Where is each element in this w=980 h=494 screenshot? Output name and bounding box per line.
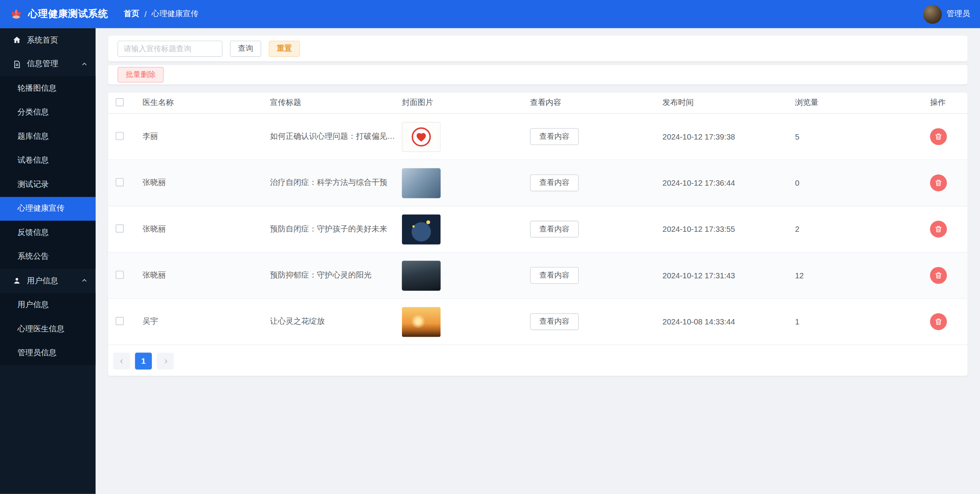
- publish-time: 2024-10-08 14:33:44: [663, 317, 795, 326]
- chevron-left-icon: [118, 357, 126, 365]
- sidebar-item-system-home[interactable]: 系统首页: [0, 28, 96, 52]
- table-row: 李丽 如何正确认识心理问题：打破偏见，... 查看内容 2024-10-12 1…: [108, 114, 967, 160]
- doctor-name: 张晓丽: [143, 224, 270, 235]
- trash-icon: [934, 318, 942, 326]
- view-count: 12: [795, 271, 930, 280]
- publish-time: 2024-10-12 17:33:55: [663, 225, 795, 234]
- delete-button[interactable]: [930, 267, 947, 284]
- sidebar-item-question-bank[interactable]: 题库信息: [0, 125, 96, 149]
- top-header: 心理健康测试系统 首页 / 心理健康宣传 管理员: [0, 0, 980, 28]
- breadcrumb-home[interactable]: 首页: [124, 9, 140, 20]
- pagination-prev-button[interactable]: [113, 353, 130, 369]
- sidebar-item-test-paper[interactable]: 试卷信息: [0, 148, 96, 173]
- promo-title: 让心灵之花绽放: [270, 316, 402, 327]
- view-content-button[interactable]: 查看内容: [530, 175, 579, 191]
- sidebar-item-system-announcement[interactable]: 系统公告: [0, 245, 96, 269]
- reset-button[interactable]: 重置: [269, 40, 300, 57]
- cover-image: [402, 168, 441, 198]
- menu-label: 反馈信息: [18, 228, 49, 238]
- menu-label: 试卷信息: [18, 155, 49, 166]
- promo-title: 预防自闭症：守护孩子的美好未来: [270, 224, 402, 235]
- trash-icon: [934, 133, 942, 141]
- publish-time: 2024-10-12 17:36:44: [663, 178, 795, 187]
- select-all-checkbox[interactable]: [116, 98, 124, 106]
- sidebar-group-user-info[interactable]: 用户信息: [0, 269, 96, 293]
- menu-label: 用户信息: [18, 299, 49, 310]
- delete-button[interactable]: [930, 175, 947, 191]
- sidebar-item-admin-info[interactable]: 管理员信息: [0, 341, 96, 365]
- sidebar-item-carousel-info[interactable]: 轮播图信息: [0, 76, 96, 100]
- publish-time: 2024-10-12 17:31:43: [663, 271, 795, 280]
- menu-label: 系统首页: [27, 35, 58, 46]
- menu-label: 题库信息: [18, 131, 49, 142]
- batch-toolbar: 批量删除: [108, 65, 967, 84]
- cover-image: [402, 214, 441, 244]
- row-checkbox[interactable]: [116, 224, 124, 232]
- chevron-up-icon: [81, 277, 88, 284]
- delete-button[interactable]: [930, 313, 947, 330]
- trash-icon: [934, 179, 942, 187]
- col-header-publish-time: 发布时间: [663, 98, 795, 108]
- chevron-right-icon: [161, 357, 169, 365]
- pagination-next-button[interactable]: [157, 353, 174, 369]
- table-row: 张晓丽 预防自闭症：守护孩子的美好未来 查看内容 2024-10-12 17:3…: [108, 206, 967, 253]
- view-content-button[interactable]: 查看内容: [530, 221, 579, 238]
- menu-label: 轮播图信息: [18, 83, 57, 94]
- brand: 心理健康测试系统: [9, 0, 108, 28]
- menu-label: 测试记录: [18, 179, 49, 190]
- sidebar-item-category-info[interactable]: 分类信息: [0, 100, 96, 125]
- promo-title: 如何正确认识心理问题：打破偏见，...: [270, 131, 402, 142]
- cover-image: [402, 307, 441, 337]
- breadcrumb-separator: /: [145, 10, 147, 18]
- sidebar-item-test-records[interactable]: 测试记录: [0, 173, 96, 197]
- menu-label: 心理健康宣传: [18, 203, 65, 214]
- home-icon: [13, 36, 22, 45]
- user-area: 管理员: [923, 0, 970, 28]
- lotus-flower-icon: [9, 7, 23, 21]
- publish-time: 2024-10-12 17:39:38: [663, 132, 795, 141]
- col-header-promo-title: 宣传标题: [270, 98, 402, 108]
- sidebar-item-mental-health-promo[interactable]: 心理健康宣传: [0, 196, 96, 221]
- col-header-view-content: 查看内容: [530, 98, 663, 108]
- view-content-button[interactable]: 查看内容: [530, 313, 579, 330]
- submenu-info-management: 轮播图信息 分类信息 题库信息 试卷信息 测试记录 心理健康宣传 反馈信息 系统…: [0, 76, 96, 269]
- delete-button[interactable]: [930, 128, 947, 145]
- search-button[interactable]: 查询: [230, 40, 261, 57]
- row-checkbox[interactable]: [116, 178, 124, 186]
- search-toolbar: 查询 重置: [108, 36, 967, 62]
- delete-button[interactable]: [930, 221, 947, 238]
- app-root: 心理健康测试系统 首页 / 心理健康宣传 管理员 系统首页 信息管理: [0, 0, 980, 494]
- sidebar-item-user-info[interactable]: 用户信息: [0, 293, 96, 317]
- col-header-cover-image: 封面图片: [402, 98, 530, 108]
- col-header-actions: 操作: [930, 98, 960, 108]
- table-row: 吴宇 让心灵之花绽放 查看内容 2024-10-08 14:33:44 1: [108, 299, 967, 345]
- view-content-button[interactable]: 查看内容: [530, 128, 579, 145]
- search-input[interactable]: [118, 40, 223, 57]
- row-checkbox[interactable]: [116, 131, 124, 140]
- cover-image: [402, 121, 441, 151]
- user-name: 管理员: [947, 9, 970, 20]
- avatar[interactable]: [923, 5, 942, 23]
- promo-title: 治疗自闭症：科学方法与综合干预: [270, 178, 402, 188]
- view-content-button[interactable]: 查看内容: [530, 267, 579, 284]
- view-count: 2: [795, 225, 930, 234]
- sidebar-item-feedback-info[interactable]: 反馈信息: [0, 221, 96, 245]
- menu-label: 分类信息: [18, 107, 49, 118]
- menu-label: 用户信息: [27, 276, 58, 286]
- row-checkbox[interactable]: [116, 270, 124, 278]
- sidebar-item-psychologist-info[interactable]: 心理医生信息: [0, 317, 96, 341]
- cover-image: [402, 260, 441, 290]
- sidebar-group-info-management[interactable]: 信息管理: [0, 52, 96, 77]
- doctor-name: 张晓丽: [143, 178, 270, 188]
- trash-icon: [934, 225, 942, 233]
- menu-label: 心理医生信息: [18, 324, 65, 334]
- row-checkbox[interactable]: [116, 317, 124, 325]
- document-icon: [13, 60, 22, 69]
- batch-delete-button[interactable]: 批量删除: [118, 67, 164, 83]
- data-table: 医生名称 宣传标题 封面图片 查看内容 发布时间 浏览量 操作 李丽 如何正确认…: [108, 93, 967, 376]
- doctor-name: 李丽: [143, 131, 270, 142]
- view-count: 1: [795, 317, 930, 326]
- sidebar: 系统首页 信息管理 轮播图信息 分类信息 题库信息 试卷信息 测试记录 心理健康…: [0, 28, 96, 494]
- pagination-page-1[interactable]: 1: [135, 353, 152, 369]
- breadcrumb: 首页 / 心理健康宣传: [124, 0, 198, 28]
